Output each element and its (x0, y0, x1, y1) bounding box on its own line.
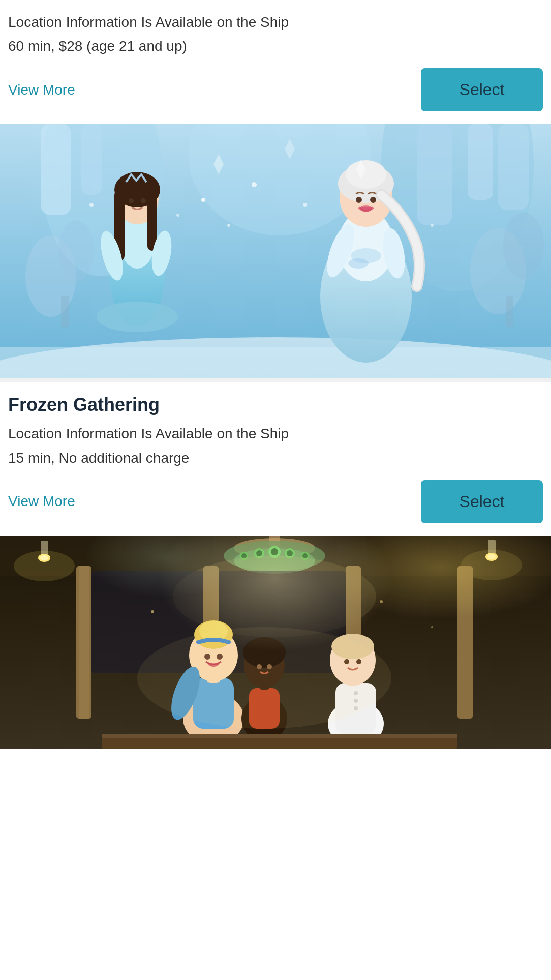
restaurant-scene-svg (0, 536, 551, 749)
svg-point-60 (224, 541, 325, 571)
svg-rect-23 (147, 190, 157, 251)
svg-rect-80 (346, 566, 361, 719)
card1-view-more[interactable]: View More (8, 82, 75, 98)
svg-rect-7 (468, 124, 493, 200)
svg-point-46 (303, 203, 307, 207)
svg-point-97 (243, 637, 286, 668)
svg-point-103 (330, 635, 376, 686)
svg-rect-101 (335, 683, 376, 734)
card2-view-more[interactable]: View More (8, 493, 75, 510)
svg-point-107 (354, 706, 358, 710)
svg-rect-8 (498, 124, 529, 210)
svg-point-59 (234, 538, 315, 558)
svg-rect-79 (203, 566, 219, 719)
svg-rect-95 (259, 675, 269, 690)
section-divider-1 (0, 378, 551, 382)
svg-point-114 (380, 600, 383, 603)
svg-point-55 (38, 554, 50, 562)
svg-point-84 (183, 693, 244, 744)
svg-rect-82 (91, 571, 203, 673)
svg-point-68 (256, 550, 262, 556)
svg-point-76 (461, 550, 522, 580)
svg-point-41 (360, 205, 372, 212)
svg-rect-110 (102, 734, 457, 749)
card1-image-container (0, 124, 551, 378)
svg-rect-5 (81, 124, 102, 195)
svg-point-89 (199, 621, 228, 641)
card2-image-container (0, 536, 551, 749)
svg-point-93 (241, 696, 287, 741)
svg-point-12 (58, 220, 94, 281)
svg-point-69 (271, 548, 278, 555)
svg-point-63 (254, 548, 264, 558)
card1-details: 60 min, $28 (age 21 and up) (8, 36, 543, 56)
svg-point-108 (344, 659, 349, 664)
card1-info-line1: Location Information Is Available on the… (8, 12, 543, 32)
svg-rect-85 (193, 678, 234, 729)
card2-title: Frozen Gathering (8, 394, 543, 415)
svg-point-57 (14, 551, 75, 581)
card2-section: Frozen Gathering Location Information Is… (0, 382, 551, 523)
svg-point-44 (252, 182, 257, 187)
svg-point-39 (356, 197, 362, 203)
svg-point-113 (151, 610, 154, 613)
svg-point-104 (331, 634, 374, 659)
svg-point-96 (244, 643, 285, 688)
svg-point-91 (217, 654, 223, 660)
card1-actions: View More Select (8, 68, 543, 111)
card2-restaurant-image (0, 536, 551, 749)
svg-point-70 (287, 550, 293, 556)
svg-rect-94 (249, 688, 280, 729)
svg-point-109 (356, 659, 361, 664)
svg-point-47 (431, 224, 434, 227)
svg-point-87 (189, 629, 238, 681)
svg-rect-54 (41, 541, 48, 556)
card1-section: Location Information Is Available on the… (0, 0, 551, 111)
svg-point-99 (267, 664, 272, 669)
svg-point-56 (40, 555, 48, 560)
card1-select-button[interactable]: Select (421, 68, 543, 111)
svg-point-105 (354, 691, 358, 695)
svg-rect-77 (76, 566, 91, 719)
svg-rect-58 (269, 536, 280, 546)
svg-point-45 (176, 214, 179, 217)
svg-point-92 (166, 663, 206, 723)
svg-point-66 (301, 552, 309, 560)
svg-rect-111 (102, 734, 457, 738)
svg-rect-73 (488, 540, 496, 555)
svg-rect-53 (0, 536, 551, 576)
svg-rect-10 (0, 347, 551, 378)
card2-actions: View More Select (8, 480, 543, 523)
svg-rect-78 (79, 566, 89, 719)
card2-select-button[interactable]: Select (421, 480, 543, 523)
svg-point-98 (257, 664, 262, 669)
svg-point-67 (241, 553, 247, 558)
svg-point-100 (328, 701, 384, 747)
svg-point-28 (141, 198, 146, 203)
svg-rect-52 (0, 536, 551, 749)
svg-rect-4 (41, 124, 71, 215)
card2-details: 15 min, No additional charge (8, 448, 543, 468)
svg-rect-6 (417, 124, 452, 225)
svg-point-64 (268, 546, 281, 558)
svg-point-88 (194, 620, 233, 649)
card2-info-line1: Location Information Is Available on the… (8, 424, 543, 443)
svg-rect-83 (219, 571, 346, 673)
svg-point-27 (129, 198, 134, 203)
svg-point-65 (285, 548, 295, 558)
svg-point-72 (173, 556, 376, 637)
svg-point-36 (348, 258, 369, 269)
svg-point-90 (204, 654, 210, 660)
svg-point-42 (201, 198, 205, 202)
svg-point-15 (503, 213, 544, 279)
svg-rect-102 (347, 670, 358, 686)
svg-point-115 (431, 626, 433, 628)
svg-point-34 (346, 160, 386, 189)
svg-point-75 (487, 554, 496, 559)
svg-point-112 (137, 627, 391, 729)
svg-point-61 (234, 548, 315, 574)
svg-point-71 (302, 553, 308, 558)
svg-point-74 (485, 553, 498, 561)
svg-rect-86 (206, 665, 221, 683)
svg-point-48 (89, 203, 94, 207)
